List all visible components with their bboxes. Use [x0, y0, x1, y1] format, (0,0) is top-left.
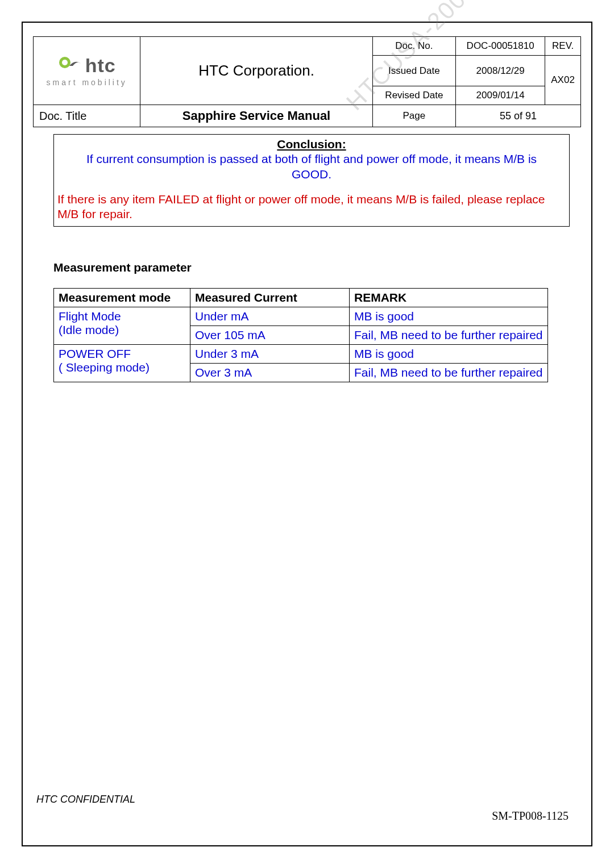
revised-label: Revised Date [372, 86, 456, 105]
brand-text: htc [85, 55, 116, 77]
rev-value: AX02 [545, 56, 581, 105]
svg-point-1 [62, 60, 68, 65]
meas-remark-3: Fail, MB need to be further repaired [350, 364, 548, 382]
conclusion-line2: If there is any item FAILED at flight or… [57, 192, 566, 222]
company-name: HTC Corporation. [140, 37, 372, 105]
docno-label: Doc. No. [372, 37, 456, 56]
section-heading: Measurement parameter [53, 261, 581, 274]
docno-value: DOC-00051810 [456, 37, 545, 56]
issued-label: Issued Date [372, 56, 456, 86]
conclusion-title: Conclusion: [57, 137, 566, 152]
conclusion-box: Conclusion: If current consumption is pa… [53, 134, 570, 227]
meas-remark-1: Fail, MB need to be further repaired [350, 326, 548, 345]
tagline: smart mobility [47, 78, 127, 87]
meas-current-2: Under 3 mA [190, 345, 350, 364]
meas-header-remark: REMARK [350, 289, 548, 307]
footer-docref: SM-TP008-1125 [492, 809, 569, 823]
conclusion-line1: If current consumption is passed at both… [57, 152, 566, 166]
revised-value: 2009/01/14 [456, 86, 545, 105]
rev-header: REV. [545, 37, 581, 56]
meas-header-current: Measured Current [190, 289, 350, 307]
footer-confidential: HTC CONFIDENTIAL [36, 794, 135, 806]
page-frame: HTCUSA-2009 htc smart [22, 22, 592, 846]
page-label: Page [372, 105, 456, 127]
page-value: 55 of 91 [456, 105, 581, 127]
meas-current-3: Over 3 mA [190, 364, 350, 382]
meas-current-1: Over 105 mA [190, 326, 350, 345]
conclusion-line1b: GOOD. [57, 167, 566, 182]
doctitle-value: Sapphire Service Manual [140, 105, 372, 127]
logo-cell: htc smart mobility [34, 37, 140, 105]
meas-mode-flight: Flight Mode (Idle mode) [54, 307, 190, 345]
meas-current-0: Under mA [190, 307, 350, 326]
issued-value: 2008/12/29 [456, 56, 545, 86]
meas-mode-poweroff: POWER OFF ( Sleeping mode) [54, 345, 190, 382]
header-table: htc smart mobility HTC Corporation. Doc.… [33, 36, 581, 127]
meas-remark-0: MB is good [350, 307, 548, 326]
logo-icon [58, 55, 82, 77]
meas-header-mode: Measurement mode [54, 289, 190, 307]
meas-remark-2: MB is good [350, 345, 548, 364]
doctitle-label: Doc. Title [34, 105, 140, 127]
measurement-table: Measurement mode Measured Current REMARK… [53, 288, 548, 382]
